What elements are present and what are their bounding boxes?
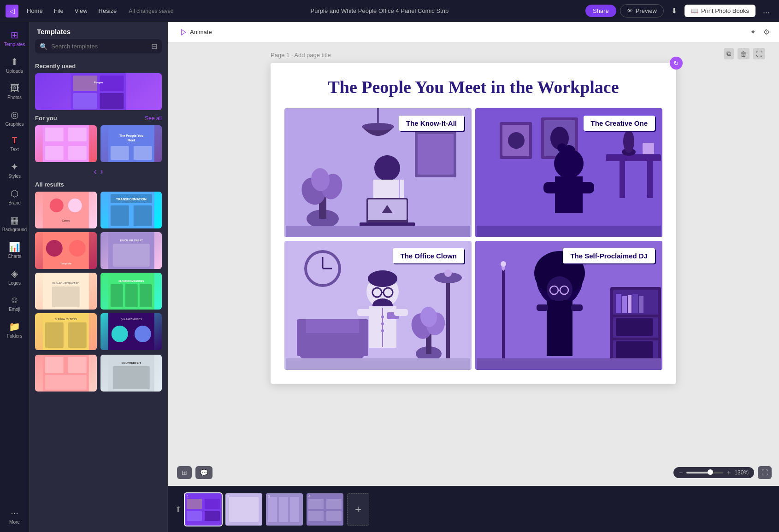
svg-rect-125	[286, 358, 470, 370]
zoom-controls-container: − + 130% ⛶	[673, 466, 772, 479]
template-thumb-12[interactable]: COUNTERFEIT	[100, 355, 162, 392]
svg-rect-81	[643, 143, 654, 154]
template-thumb-3[interactable]: Comic	[35, 192, 97, 228]
thumbnail-4[interactable]: 4	[307, 493, 343, 526]
sidebar-item-text[interactable]: T Text	[2, 132, 28, 156]
svg-rect-138	[639, 296, 643, 313]
svg-point-112	[368, 270, 397, 287]
carousel-prev[interactable]: ‹	[94, 167, 97, 176]
carousel-next[interactable]: ›	[100, 167, 103, 176]
svg-rect-135	[622, 296, 627, 313]
template-thumb-11[interactable]	[35, 355, 97, 392]
more-options-button[interactable]: ...	[759, 4, 773, 18]
doc-title: Purple and White People Office 4 Panel C…	[177, 7, 582, 14]
svg-point-47	[134, 326, 151, 342]
prev-page-button[interactable]: ⬆	[175, 505, 181, 514]
share-button[interactable]: Share	[585, 5, 616, 17]
template-thumb-10[interactable]: QUARANTINE KIDS	[100, 313, 162, 350]
nav-view[interactable]: View	[70, 6, 92, 16]
sidebar-item-uploads[interactable]: ⬆ Uploads	[2, 53, 28, 77]
svg-rect-160	[229, 497, 259, 522]
svg-rect-8	[68, 128, 87, 141]
canvas-area: Animate ✦ ⚙ Page 1 · Add page title ⧉ 🗑 …	[168, 22, 779, 532]
svg-rect-3	[73, 93, 97, 109]
template-thumb-9[interactable]: SURREALITY BITES	[35, 313, 97, 350]
print-button[interactable]: 📖 Print Photo Books	[685, 5, 755, 17]
sidebar-item-logos[interactable]: ◈ Logos	[2, 264, 28, 289]
svg-rect-74	[286, 226, 470, 237]
graphics-icon: ◎	[11, 109, 18, 120]
magic-tool-button[interactable]: ✦	[748, 26, 758, 38]
template-thumb-4[interactable]: TRANSFORMATION	[100, 192, 162, 228]
sidebar-item-more[interactable]: ··· More	[2, 504, 28, 528]
preview-button[interactable]: 👁 Preview	[620, 4, 664, 18]
sidebar-item-graphics[interactable]: ◎ Graphics	[2, 105, 28, 130]
zoom-slider[interactable]	[686, 472, 723, 474]
styles-icon: ✦	[11, 161, 18, 172]
template-thumb-recent-1[interactable]: People	[35, 73, 162, 110]
sidebar-item-styles[interactable]: ✦ Styles	[2, 158, 28, 182]
panel-label-1: The Know-It-All	[399, 116, 464, 131]
svg-rect-153	[477, 358, 661, 370]
logos-icon: ◈	[11, 268, 18, 279]
all-results-section: All results	[35, 181, 162, 188]
recently-used-grid: People	[35, 73, 162, 110]
filter-icon[interactable]: ⊟	[151, 42, 157, 51]
search-input[interactable]	[51, 43, 148, 50]
nav-resize[interactable]: Resize	[94, 6, 122, 16]
template-thumb-8[interactable]: CLASSROOM HEROES	[100, 273, 162, 310]
svg-rect-43	[68, 322, 87, 348]
sidebar-item-brand[interactable]: ⬡ Brand	[2, 184, 28, 209]
template-thumb-7[interactable]: FASHION FORWARD	[35, 273, 97, 310]
add-page-button[interactable]: +	[347, 493, 369, 526]
nav-home[interactable]: Home	[22, 6, 47, 16]
refresh-button[interactable]: ↻	[670, 57, 683, 70]
see-all-for-you[interactable]: See all	[145, 115, 162, 122]
sidebar-item-folders[interactable]: 📁 Folders	[2, 317, 28, 342]
nav-file[interactable]: File	[49, 6, 68, 16]
zoom-out-button[interactable]: −	[679, 469, 683, 476]
thumbnail-1[interactable]: 1	[185, 493, 222, 526]
comic-panel-office-clown[interactable]: The Office Clown	[284, 241, 472, 370]
svg-rect-51	[45, 375, 87, 390]
thumbnails-bar: ⬆ 1 2 3 4 +	[168, 486, 779, 532]
fit-screen-button[interactable]: ⛶	[758, 466, 772, 479]
sidebar-item-templates[interactable]: ⊞ Templates	[2, 26, 28, 51]
svg-rect-140	[616, 341, 653, 359]
comic-panel-know-it-all[interactable]: The Know-It-All	[284, 108, 472, 237]
svg-rect-77	[620, 161, 625, 198]
sidebar-item-photos[interactable]: 🖼 Photos	[2, 79, 28, 104]
thumbnail-3[interactable]: 3	[266, 493, 303, 526]
download-button[interactable]: ⬇	[667, 4, 681, 18]
comic-panel-dj[interactable]: The Self-Proclaimed DJ	[475, 241, 662, 370]
sidebar-item-charts[interactable]: 📊 Charts	[2, 238, 28, 263]
comic-panel-creative-one[interactable]: The Creative One	[475, 108, 662, 237]
settings-tool-button[interactable]: ⚙	[761, 26, 772, 38]
grid-view-button[interactable]: ⊞	[177, 466, 192, 479]
animate-button[interactable]: Animate	[175, 27, 217, 38]
sidebar-item-background[interactable]: ▦ Background	[2, 211, 28, 236]
svg-rect-15	[133, 146, 152, 160]
svg-point-80	[623, 130, 634, 153]
refresh-icon: ↻	[673, 59, 679, 67]
search-bar: 🔍 ⊟	[35, 39, 162, 53]
text-icon: T	[12, 136, 17, 146]
template-thumb-5[interactable]: Template	[35, 232, 97, 269]
svg-rect-123	[357, 309, 371, 316]
copy-page-button[interactable]: ⧉	[724, 48, 734, 59]
thumbnail-2[interactable]: 2	[225, 493, 262, 526]
template-thumb-1[interactable]	[35, 125, 97, 162]
zoom-level: 130%	[734, 469, 749, 476]
more-icon: ···	[11, 508, 18, 518]
nav-menu: Home File View Resize	[22, 6, 121, 16]
comic-grid: The Know-It-All	[284, 108, 662, 370]
expand-page-button[interactable]: ⛶	[753, 48, 765, 59]
zoom-in-button[interactable]: +	[727, 469, 731, 476]
comment-button[interactable]: 💬	[195, 466, 212, 479]
more-results-grid: COUNTERFEIT	[35, 355, 162, 392]
sidebar-item-emoji[interactable]: ☺ Emoji	[2, 291, 28, 316]
logo[interactable]: ◁	[6, 5, 18, 18]
template-thumb-6[interactable]: TRICK OR TREAT	[100, 232, 162, 269]
template-thumb-2[interactable]: The People YouMeet	[100, 125, 162, 162]
delete-page-button[interactable]: 🗑	[738, 48, 749, 59]
